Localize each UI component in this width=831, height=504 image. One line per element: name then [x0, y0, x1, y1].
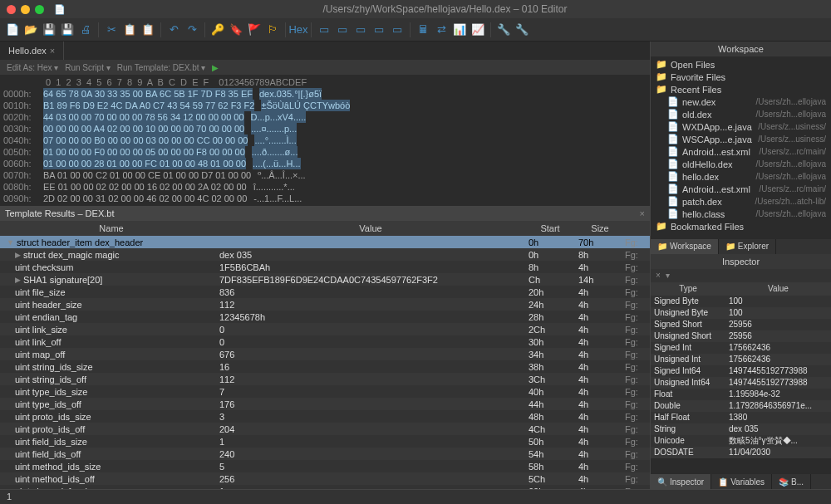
hex-row[interactable]: 0040h:07 00 00 00 B0 00 00 00 03 00 00 0…: [3, 135, 647, 146]
col-value[interactable]: Value: [216, 223, 525, 233]
panel-tab[interactable]: 📁Explorer: [719, 239, 776, 254]
inspector-row[interactable]: Half Float1380: [651, 412, 831, 423]
template-row[interactable]: uint map_off67634h4hFg:: [0, 348, 650, 360]
print-icon[interactable]: 🖨: [78, 22, 93, 37]
tree-file[interactable]: 📄new.dex/Users/zh...ellojava: [651, 95, 831, 108]
undo-icon[interactable]: ↶: [166, 22, 181, 37]
flag2-icon[interactable]: 🏳: [265, 22, 280, 37]
minimize-window[interactable]: [21, 5, 30, 14]
save-icon[interactable]: 💾: [42, 22, 57, 37]
run-template-play-icon[interactable]: ▶: [212, 63, 219, 72]
inspector-row[interactable]: Unsigned Int175662436: [651, 354, 831, 365]
hex-row[interactable]: 0030h:00 00 00 00 A4 02 00 00 10 00 00 0…: [3, 123, 647, 135]
tree-folder[interactable]: 📁Bookmarked Files: [651, 220, 831, 232]
panel-tab[interactable]: 📁Workspace: [651, 239, 719, 254]
tree-file[interactable]: 📄WSCApp...e.java/Users/z...usiness/: [651, 133, 831, 145]
tools2-icon[interactable]: 🔧: [514, 22, 529, 37]
calc-icon[interactable]: 🖩: [416, 22, 430, 37]
inspector-row[interactable]: Double1.17928646356971e...: [651, 400, 831, 412]
tree-file[interactable]: 📄hello.class/Users/zh...ellojava: [651, 208, 831, 220]
template-row[interactable]: uint method_ids_size558h4hFg:: [0, 460, 650, 472]
open-file-icon[interactable]: 📂: [23, 22, 38, 37]
template-close-icon[interactable]: ×: [640, 208, 645, 218]
template-row[interactable]: uint method_ids_off2565Ch4hFg:: [0, 472, 650, 485]
inspector-dropdown-icon[interactable]: ▾: [666, 271, 670, 280]
template-body[interactable]: ▼struct header_item dex_header0h70hFg:▶s…: [0, 236, 650, 489]
col-start[interactable]: Start: [525, 223, 575, 233]
search-icon[interactable]: 🔑: [210, 22, 225, 37]
tree-folder[interactable]: 📁Favorite Files: [651, 71, 831, 83]
inspector-row[interactable]: Signed Short25956: [651, 319, 831, 330]
template-row[interactable]: ▼struct header_item dex_header0h70hFg:: [0, 236, 650, 248]
workspace-tree[interactable]: 📁Open Files📁Favorite Files📁Recent Files📄…: [651, 56, 831, 239]
view1-icon[interactable]: ▭: [317, 22, 332, 37]
template-row[interactable]: uint string_ids_size1638h4hFg:: [0, 360, 650, 373]
flag-icon[interactable]: 🚩: [247, 22, 262, 37]
hex-toggle-icon[interactable]: Hex: [291, 22, 306, 37]
save-all-icon[interactable]: 💾: [60, 22, 75, 37]
template-row[interactable]: uint header_size11224h4hFg:: [0, 298, 650, 311]
tree-file[interactable]: 📄Android...est.xml/Users/z...rc/main/: [651, 145, 831, 158]
new-file-icon[interactable]: 📄: [5, 22, 20, 37]
col-name[interactable]: Name: [0, 223, 216, 233]
tree-file[interactable]: 📄Android...est.xml/Users/z...rc/main/: [651, 183, 831, 195]
inspector-row[interactable]: Float1.195984e-32: [651, 389, 831, 400]
bookmark-icon[interactable]: 🔖: [229, 22, 243, 37]
insp-col-type[interactable]: Type: [651, 284, 725, 293]
panel-tab[interactable]: 🔍Inspector: [651, 474, 711, 489]
file-tab[interactable]: Hello.dex ×: [0, 42, 64, 60]
tab-close-icon[interactable]: ×: [50, 46, 55, 56]
inspector-row[interactable]: DOSDATE11/04/2030: [651, 447, 831, 458]
tree-file[interactable]: 📄old.dex/Users/zh...ellojava: [651, 108, 831, 120]
hex-row[interactable]: 0070h:BA 01 00 00 C2 01 00 00 CE 01 00 0…: [3, 169, 647, 181]
view4-icon[interactable]: ▭: [371, 22, 386, 37]
chart-icon[interactable]: 📊: [452, 22, 467, 37]
hex-row[interactable]: 0060h:01 00 00 00 28 01 00 00 FC 01 00 0…: [3, 158, 647, 169]
tree-file[interactable]: 📄WXDApp...e.java/Users/z...usiness/: [651, 120, 831, 133]
hex-row[interactable]: 0020h:44 03 00 00 70 00 00 00 78 56 34 1…: [3, 111, 647, 123]
template-row[interactable]: uint file_size83620h4hFg:: [0, 286, 650, 298]
hex-row[interactable]: 0090h:2D 02 00 00 31 02 00 00 46 02 00 0…: [3, 193, 647, 204]
hex-row[interactable]: 0010h:B1 89 F6 D9 E2 4C DA A0 C7 43 54 5…: [3, 100, 647, 111]
inspector-row[interactable]: Unsigned Int6414974455192773988: [651, 377, 831, 389]
template-row[interactable]: uint type_ids_size740h4hFg:: [0, 385, 650, 398]
template-row[interactable]: uint proto_ids_off2044Ch4hFg:: [0, 423, 650, 435]
template-row[interactable]: uint link_off030h4hFg:: [0, 335, 650, 348]
maximize-window[interactable]: [35, 5, 44, 14]
run-script-dropdown[interactable]: Run Script ▾: [65, 63, 110, 72]
tree-file[interactable]: 📄patch.dex/Users/zh...atch-lib/: [651, 195, 831, 208]
insp-col-value[interactable]: Value: [725, 284, 831, 293]
run-template-dropdown[interactable]: Run Template: DEX.bt ▾: [117, 63, 206, 72]
tree-file[interactable]: 📄hello.dex/Users/zh...ellojava: [651, 170, 831, 183]
template-row[interactable]: uint string_ids_off1123Ch4hFg:: [0, 373, 650, 385]
hex-row[interactable]: 0000h:64 65 78 0A 30 33 35 00 BA 6C 5B 1…: [3, 88, 647, 100]
template-row[interactable]: uint type_ids_off17644h4hFg:: [0, 398, 650, 410]
tree-file[interactable]: 📄oldHello.dex/Users/zh...ellojava: [651, 158, 831, 170]
inspector-row[interactable]: Stringdex 035: [651, 423, 831, 435]
compare-icon[interactable]: ⇄: [434, 22, 449, 37]
view5-icon[interactable]: ▭: [390, 22, 405, 37]
view2-icon[interactable]: ▭: [335, 22, 350, 37]
redo-icon[interactable]: ↷: [184, 22, 199, 37]
copy-icon[interactable]: 📋: [122, 22, 137, 37]
inspector-close-icon[interactable]: ×: [656, 271, 661, 280]
template-row[interactable]: ▶struct dex_magic magicdex 0350h8hFg:: [0, 248, 650, 261]
template-row[interactable]: uint proto_ids_size348h4hFg:: [0, 410, 650, 423]
inspector-row[interactable]: Unsigned Byte100: [651, 307, 831, 319]
inspector-body[interactable]: Signed Byte100Unsigned Byte100Signed Sho…: [651, 296, 831, 475]
template-row[interactable]: uint link_size02Ch4hFg:: [0, 323, 650, 335]
template-row[interactable]: uint field_ids_off24054h4hFg:: [0, 448, 650, 460]
hex-row[interactable]: 0080h:EE 01 00 00 02 02 00 00 16 02 00 0…: [3, 181, 647, 193]
view3-icon[interactable]: ▭: [353, 22, 368, 37]
tree-folder[interactable]: 📁Recent Files: [651, 83, 831, 95]
col-size[interactable]: Size: [575, 223, 625, 233]
template-row[interactable]: uint checksum1F5B6CBAh8h4hFg:: [0, 261, 650, 273]
inspector-row[interactable]: Signed Int175662436: [651, 342, 831, 354]
paste-icon[interactable]: 📋: [140, 22, 155, 37]
panel-tab[interactable]: 📚B...: [772, 474, 811, 489]
tree-folder[interactable]: 📁Open Files: [651, 58, 831, 71]
panel-tab[interactable]: 📋Variables: [711, 474, 772, 489]
hex-editor[interactable]: 0 1 2 3 4 5 6 7 8 9 A B C D E F 01234567…: [0, 75, 650, 206]
close-window[interactable]: [7, 5, 16, 14]
template-row[interactable]: uint endian_tag12345678h28h4hFg:: [0, 311, 650, 323]
